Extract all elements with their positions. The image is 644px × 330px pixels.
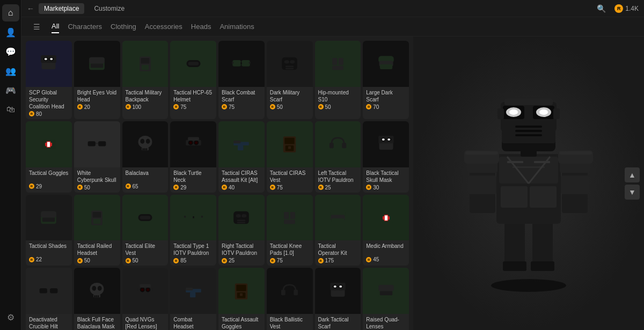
tab-marketplace[interactable]: Marketplace bbox=[39, 3, 84, 14]
item-name: Tactical Operator Kit bbox=[318, 243, 358, 256]
item-card[interactable]: Tactical HCP-65 Helmet R 75 bbox=[170, 41, 216, 119]
price-value: 30 bbox=[373, 185, 379, 190]
item-card[interactable]: Tactical Knee Pads [1.0] R 75 bbox=[267, 195, 313, 266]
svg-rect-112 bbox=[190, 292, 195, 297]
item-card[interactable]: Tactical Railed Headset R 50 bbox=[74, 195, 120, 266]
sidebar-catalog-icon[interactable]: 🛍 bbox=[2, 101, 19, 118]
item-info: Medic Armband R 45 bbox=[363, 240, 409, 265]
svg-rect-217 bbox=[497, 108, 504, 119]
item-card[interactable]: Combat Headset R 75 bbox=[170, 268, 216, 330]
item-card[interactable]: Black Turtle Neck R 29 bbox=[170, 121, 216, 193]
item-info: Tactical Knee Pads [1.0] R 75 bbox=[267, 240, 313, 266]
item-card[interactable]: Large Dark Scarf R 70 bbox=[363, 41, 409, 119]
item-price: R 50 bbox=[270, 104, 310, 110]
item-price: R 50 bbox=[77, 185, 117, 190]
svg-rect-26 bbox=[339, 58, 343, 65]
item-card[interactable]: Tactical Operator Kit R 175 bbox=[315, 195, 361, 266]
nav-animations[interactable]: Animations bbox=[219, 20, 254, 33]
svg-rect-218 bbox=[553, 108, 560, 119]
robux-price-icon: R bbox=[77, 104, 83, 109]
item-name: Black Turtle Neck bbox=[173, 170, 213, 184]
item-card[interactable]: Tactical Assault Goggles R 50 bbox=[218, 268, 265, 330]
item-card[interactable]: Left Tactical IOTV Pauldron R 25 bbox=[315, 121, 361, 193]
grid-area: SCP Global Security Coalition Head R 80 … bbox=[21, 36, 413, 330]
item-card[interactable]: Raised Quad-Lenses R 75 bbox=[363, 268, 409, 330]
item-card[interactable]: Dark Tactical Scarf R 70 bbox=[315, 268, 361, 330]
item-card[interactable]: Hip-mounted S10 R 50 bbox=[315, 41, 361, 119]
price-value: 70 bbox=[373, 104, 379, 110]
svg-rect-96 bbox=[50, 288, 57, 293]
item-card[interactable]: Dark Military Scarf R 50 bbox=[267, 41, 313, 119]
item-price: R 75 bbox=[173, 104, 213, 110]
item-card[interactable]: Tactical Military Backpack R 100 bbox=[122, 41, 169, 119]
item-card[interactable]: Black Full Face Balaclava Mask R 75 bbox=[74, 268, 120, 330]
sidebar-chat-icon[interactable]: 💬 bbox=[2, 43, 19, 60]
item-card[interactable]: Black Combat Scarf R 75 bbox=[218, 41, 265, 119]
item-image bbox=[129, 48, 161, 80]
sidebar-friends-icon[interactable]: 👥 bbox=[2, 62, 19, 79]
nav-heads[interactable]: Heads bbox=[191, 20, 211, 33]
svg-rect-58 bbox=[330, 143, 334, 148]
item-card[interactable]: Tactical CIRAS Vest R 75 bbox=[267, 121, 313, 193]
robux-price-icon: R bbox=[222, 104, 227, 109]
search-icon[interactable]: 🔍 bbox=[597, 4, 606, 13]
tab-customize[interactable]: Customize bbox=[89, 3, 130, 14]
item-image bbox=[321, 275, 354, 307]
item-image bbox=[129, 275, 161, 307]
item-card[interactable]: Bright Eyes Void Head R 20 bbox=[74, 41, 120, 119]
svg-rect-110 bbox=[140, 284, 151, 288]
price-value: 65 bbox=[133, 184, 138, 189]
item-card[interactable]: Tactical CIRAS Assault Kit [Alt] R 40 bbox=[218, 121, 265, 193]
back-button[interactable]: ← bbox=[27, 4, 34, 13]
rotate-up-button[interactable]: ▲ bbox=[625, 167, 640, 182]
item-card[interactable]: Tactical Goggles R 29 bbox=[26, 121, 72, 193]
svg-point-100 bbox=[98, 285, 102, 290]
nav-all[interactable]: All bbox=[52, 20, 59, 33]
item-card[interactable]: Black Ballistic Vest R 65 bbox=[267, 268, 313, 330]
item-card[interactable]: Balaclava R 65 bbox=[122, 121, 169, 193]
item-image bbox=[33, 275, 65, 307]
sidebar-avatar-icon[interactable]: 👤 bbox=[2, 24, 19, 41]
nav-clothing[interactable]: Clothing bbox=[111, 20, 136, 33]
sidebar-settings-icon[interactable]: ⚙ bbox=[2, 309, 19, 326]
item-card[interactable]: Tactical Type 1 IOTV Pauldron R 85 bbox=[170, 195, 216, 266]
svg-rect-97 bbox=[47, 290, 50, 291]
character-svg bbox=[453, 71, 604, 296]
item-price: R 29 bbox=[173, 185, 213, 190]
item-name: Tactical Elite Vest bbox=[126, 243, 165, 256]
item-image bbox=[177, 201, 209, 233]
price-value: 29 bbox=[36, 184, 42, 189]
robux-price-icon: R bbox=[173, 258, 179, 263]
item-image bbox=[33, 128, 65, 160]
price-value: 22 bbox=[36, 256, 42, 262]
item-card[interactable]: Medic Armband R 45 bbox=[363, 195, 409, 266]
robux-price-icon: R bbox=[366, 104, 371, 109]
svg-rect-50 bbox=[188, 137, 199, 141]
item-thumbnail bbox=[363, 195, 409, 241]
svg-rect-200 bbox=[561, 175, 589, 194]
item-card[interactable]: White Cyberpunk Skull R 50 bbox=[74, 121, 120, 193]
svg-rect-43 bbox=[144, 148, 145, 150]
item-price: R 85 bbox=[173, 258, 213, 263]
sidebar-games-icon[interactable]: 🎮 bbox=[2, 82, 19, 99]
item-card[interactable]: SCP Global Security Coalition Head R 80 bbox=[26, 41, 72, 119]
nav-characters[interactable]: Characters bbox=[68, 20, 102, 33]
rotate-controls: ▲ ▼ bbox=[625, 167, 640, 200]
top-bar: ← Marketplace Customize 🔍 R 1.4K bbox=[21, 0, 644, 17]
left-sidebar: ⌂ 👤 💬 👥 🎮 🛍 ⚙ bbox=[0, 0, 21, 330]
item-card[interactable]: Tactical Shades R 22 bbox=[26, 195, 72, 266]
item-info: Black Combat Scarf R 75 bbox=[218, 87, 265, 112]
filter-button[interactable]: ☰ bbox=[30, 20, 43, 33]
item-card[interactable]: Tactical Elite Vest R 50 bbox=[122, 195, 169, 266]
rotate-down-button[interactable]: ▼ bbox=[625, 185, 640, 200]
item-card[interactable]: Right Tactical IOTV Pauldron R 25 bbox=[218, 195, 265, 266]
sidebar-home-icon[interactable]: ⌂ bbox=[2, 4, 19, 21]
item-card[interactable]: Quad NVGs [Red Lenses] R 95 bbox=[122, 268, 169, 330]
nav-accessories[interactable]: Accessories bbox=[145, 20, 182, 33]
item-card[interactable]: Deactivated Crucible Hilt R 50 bbox=[26, 268, 72, 330]
item-name: Tactical Knee Pads [1.0] bbox=[270, 243, 310, 256]
item-info: Tactical Shades R 22 bbox=[26, 240, 72, 265]
svg-rect-16 bbox=[241, 62, 243, 64]
item-info: Tactical HCP-65 Helmet R 75 bbox=[170, 87, 216, 112]
item-card[interactable]: Black Tactical Skull Mask R 30 bbox=[363, 121, 409, 193]
